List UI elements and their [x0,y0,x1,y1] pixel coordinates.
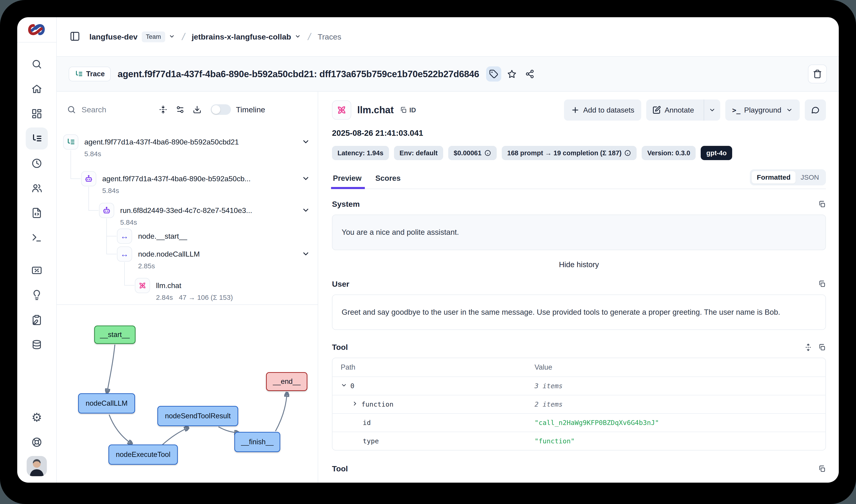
knot-logo-icon [26,22,47,37]
annotate-button-group: Annotate [646,100,720,121]
generation-icon [332,101,351,120]
metrics-row: Latency: 1.94s Env: default $0.00061 168… [332,146,826,160]
collapse-all-button[interactable] [159,105,167,114]
tree-row-label: agent.f9f77d1a-437f-4ba6-890e-b592a50cbd… [84,134,239,149]
annotate-button[interactable]: Annotate [646,100,700,121]
sidebar-item-sessions[interactable] [26,152,48,174]
tree-row-node-callllm[interactable]: ↔ node.nodeCallLLM 2.85s [117,247,311,270]
span-arrows-icon: ↔ [117,229,132,244]
trace-tree-icon [31,133,42,144]
tag-button[interactable] [486,66,501,82]
version-badge: Version: 0.3.0 [642,146,696,160]
percent-card-icon [31,265,42,276]
org-switcher[interactable] [165,33,175,41]
graph-node-finish[interactable]: __finish__ [234,432,280,452]
collapse-row-button[interactable] [302,250,310,259]
lifebuoy-icon [31,437,42,448]
search-input[interactable] [82,105,150,114]
sidebar-item-search[interactable] [26,53,48,75]
tree-row-duration: 5.84s [84,150,101,158]
tokens-badge[interactable]: 168 prompt → 19 completion (Σ 187) [502,146,637,160]
copy-id-button[interactable]: ID [400,106,416,114]
trace-title: agent.f9f77d1a-437f-4ba6-890e-b592a50cbd… [118,69,479,79]
tree-row-llm-chat[interactable]: llm.chat 2.84s47 → 106 (Σ 153) [135,278,311,301]
sidebar-item-datasets[interactable] [26,334,48,356]
format-json[interactable]: JSON [796,171,824,183]
clipboard-pen-icon [31,314,42,325]
table-row[interactable]: function 2 items [333,395,825,413]
database-icon [31,339,42,350]
share-button[interactable] [522,67,537,81]
comment-icon [811,106,820,114]
view-settings-button[interactable] [176,105,184,114]
trace-type-badge: Trace [69,67,111,81]
table-header-row: Path Value [333,358,825,377]
favorite-button[interactable] [504,67,519,81]
sidebar-item-home[interactable] [26,78,48,100]
chevron-down-icon[interactable] [341,382,347,390]
breadcrumb-page[interactable]: Traces [318,32,341,41]
playground-label: Playground [744,106,781,114]
copy-icon[interactable] [818,200,826,208]
add-to-datasets-button[interactable]: Add to datasets [564,100,641,121]
graph-node-end[interactable]: __end__ [266,372,307,391]
copy-icon [400,106,407,114]
graph-node-nodeexecutetool[interactable]: nodeExecuteTool [108,445,178,465]
org-logo[interactable] [17,17,56,42]
tool-json-table: Path Value 0 3 items function 2 items id… [332,358,826,450]
download-button[interactable] [193,105,201,114]
env-badge: Env: default [394,146,443,160]
sidebar-item-evaluation[interactable] [26,259,48,282]
tree-row-trace[interactable]: agent.f9f77d1a-437f-4ba6-890e-b592a50cbd… [63,134,311,158]
breadcrumb-project[interactable]: jetbrains-x-langfuse-collab [192,32,291,41]
graph-node-nodesendtoolresult[interactable]: nodeSendToolResult [157,406,238,426]
sidebar-item-settings[interactable]: ⚙ [26,407,48,428]
sidebar-item-users[interactable] [26,177,48,199]
copy-icon[interactable] [818,465,826,473]
playground-button[interactable]: >_ Playground [725,100,800,121]
tree-row-agent[interactable]: agent.f9f77d1a-437f-4ba6-890e-b592a50cb.… [81,171,311,195]
toggle-sidebar-button[interactable] [70,31,80,42]
sidebar-item-prompts[interactable] [26,202,48,224]
annotate-dropdown-button[interactable] [704,100,720,121]
unfold-vertical-icon[interactable] [804,343,812,351]
collapse-row-button[interactable] [302,174,310,183]
sidebar-item-playground[interactable] [26,227,48,249]
cost-badge[interactable]: $0.00061 [448,146,497,160]
graph-node-start[interactable]: __start__ [94,325,136,344]
comments-button[interactable] [805,100,826,121]
collapse-row-button[interactable] [302,206,310,215]
sidebar-item-dashboards[interactable] [26,103,48,125]
timeline-toggle[interactable] [211,104,231,115]
cell-value: 3 items [535,382,825,390]
sidebar-item-insights[interactable] [26,284,48,306]
chevron-right-icon[interactable] [352,400,358,409]
format-formatted[interactable]: Formatted [752,171,796,183]
table-row[interactable]: type "function" [333,432,825,450]
plus-icon [571,106,579,114]
tree-toolbar: Timeline [57,92,318,127]
sidebar-item-traces[interactable] [26,127,48,149]
delete-trace-button[interactable] [808,65,827,84]
breadcrumb-org[interactable]: langfuse-dev [89,32,138,41]
trash-icon [813,69,822,78]
tree-row-node-start[interactable]: ↔ node.__start__ [117,229,311,244]
tree-row-duration: 5.84s [120,218,137,226]
sidebar-item-support[interactable] [26,431,48,453]
tree-row-run[interactable]: run.6f8d2449-33ed-4c7c-82e7-5410e3... 5.… [99,203,311,226]
model-badge[interactable]: gpt-4o [701,146,732,160]
table-row[interactable]: id "call_n2HaWg9KFP0BZDqXv6G4b3nJ" [333,413,825,432]
search-icon [31,58,42,70]
detail-tabs: Preview Scores Formatted JSON [332,169,826,189]
copy-icon[interactable] [818,280,826,288]
table-row[interactable]: 0 3 items [333,377,825,395]
collapse-row-button[interactable] [302,138,310,147]
sidebar-item-annotation[interactable] [26,309,48,331]
graph-node-nodecallllm[interactable]: nodeCallLLM [78,393,135,414]
project-switcher[interactable] [291,33,301,41]
hide-history-button[interactable]: Hide history [332,260,826,269]
copy-icon[interactable] [818,343,826,351]
tab-preview[interactable]: Preview [332,174,362,188]
user-avatar[interactable] [26,456,47,476]
tab-scores[interactable]: Scores [374,174,402,188]
